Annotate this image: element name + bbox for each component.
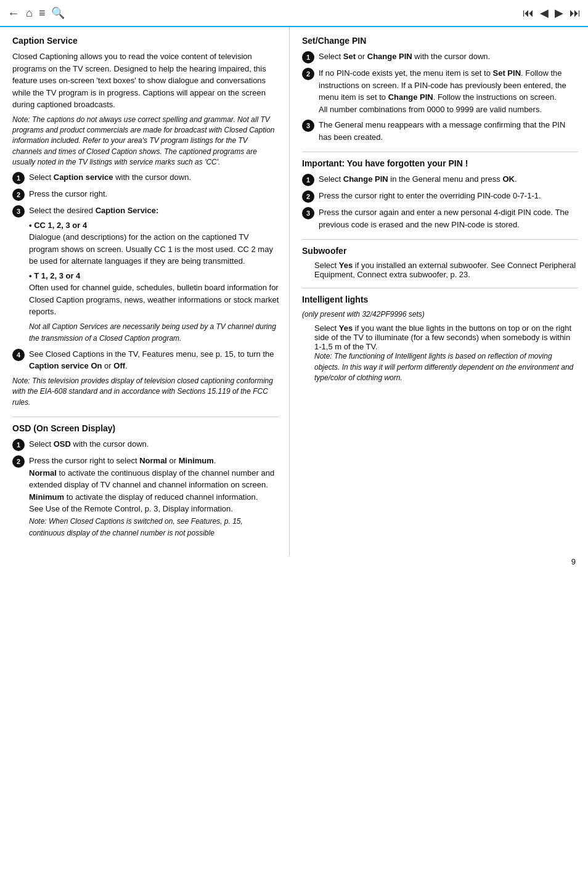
step1-text: Select Caption service with the cursor d… <box>29 171 279 184</box>
subwoofer-text: Select Yes if you installed an external … <box>314 261 578 279</box>
intelligent-lights-section: Intelligent lights (only present with 32… <box>302 295 578 384</box>
osd-section: OSD (On Screen Display) 1 Select OSD wit… <box>12 423 279 539</box>
pin-step3-circle: 3 <box>302 120 314 132</box>
prev-track-icon[interactable]: ⏮ <box>523 7 534 20</box>
caption-step3: 3 Select the desired Caption Service: CC… <box>12 205 279 344</box>
step3-circle: 3 <box>12 205 25 218</box>
caption-step4: 4 See Closed Captions in the TV, Feature… <box>12 348 279 372</box>
forgotten-pin-title: Important: You have forgotten your PIN ! <box>302 158 578 168</box>
set-pin-bold: Set PIN <box>493 68 521 78</box>
yes-bold-subwoofer: Yes <box>339 261 353 270</box>
normal-bold: Normal <box>139 456 167 465</box>
forgotten-step1: 1 Select Change PIN in the General menu … <box>302 173 578 186</box>
t-desc: Often used for channel guide, schedules,… <box>29 283 279 316</box>
next-icon[interactable]: ▶ <box>555 6 563 20</box>
forgotten-step1-text: Select Change PIN in the General menu an… <box>319 173 578 185</box>
divider1 <box>12 417 279 417</box>
subwoofer-title: Subwoofer <box>302 246 578 256</box>
page-number: 9 <box>571 557 576 566</box>
back-icon[interactable]: ← <box>7 6 20 20</box>
change-pin-forgotten-bold: Change PIN <box>343 174 388 184</box>
minimum-bold: Minimum <box>179 456 214 465</box>
minimum-desc: to activate the display of reduced chann… <box>67 492 258 502</box>
pin-step1: 1 Select Set or Change PIN with the curs… <box>302 51 578 63</box>
caption-service-section: Caption Service Closed Captioning allows… <box>12 36 279 408</box>
pin-step1-circle: 1 <box>302 51 314 63</box>
caption-service-list: CC 1, 2, 3 or 4 Dialogue (and descriptio… <box>29 219 279 318</box>
yes-bold-lights: Yes <box>339 323 353 333</box>
divider3 <box>302 239 578 240</box>
osd-step2-circle: 2 <box>12 455 25 468</box>
pin-step3: 3 The General menu reappears with a mess… <box>302 119 578 143</box>
osd-step1-circle: 1 <box>12 439 25 451</box>
osd-step1: 1 Select OSD with the cursor down. <box>12 438 279 451</box>
minimum-label: Minimum <box>29 492 64 502</box>
pin-step1-text: Select Set or Change PIN with the cursor… <box>319 51 578 63</box>
caption-service-title: Caption Service <box>12 36 279 46</box>
caption-note3: Note: This television provides display o… <box>12 376 279 408</box>
subwoofer-section: Subwoofer Select Yes if you installed an… <box>302 246 578 279</box>
intelligent-lights-note: Note: The functioning of Intelligent lig… <box>314 352 573 382</box>
normal-label: Normal <box>29 468 57 478</box>
divider4 <box>302 288 578 288</box>
step3-text: Select the desired Caption Service: CC 1… <box>29 205 279 344</box>
forgotten-step2-circle: 2 <box>302 190 314 203</box>
left-column: Caption Service Closed Captioning allows… <box>0 27 290 556</box>
divider2 <box>302 152 578 152</box>
next-track-icon[interactable]: ⏭ <box>570 7 581 20</box>
cc-label: CC 1, 2, 3 or 4 <box>34 221 87 230</box>
intelligent-lights-subtitle: (only present with 32/42PF9996 sets) <box>302 309 578 320</box>
caption-step2: 2 Press the cursor right. <box>12 188 279 201</box>
step3-bold: Caption Service: <box>96 206 159 215</box>
ok-bold: OK <box>502 174 515 184</box>
caption-step1: 1 Select Caption service with the cursor… <box>12 171 279 184</box>
set-change-pin-section: Set/Change PIN 1 Select Set or Change PI… <box>302 36 578 143</box>
nav-right-icons: ⏮ ◀ ▶ ⏭ <box>523 6 581 20</box>
normal-desc: to activate the continuous display of th… <box>29 468 274 490</box>
t-label: T 1, 2, 3 or 4 <box>34 271 80 280</box>
caption-note2: Not all Caption Services are necessarily… <box>29 322 276 343</box>
osd-bold: OSD <box>54 439 71 449</box>
change-pin-bold: Change PIN <box>367 52 412 61</box>
step2-circle: 2 <box>12 189 25 201</box>
pin-step2-text: If no PIN-code exists yet, the menu item… <box>319 67 578 115</box>
cc-item: CC 1, 2, 3 or 4 Dialogue (and descriptio… <box>29 219 279 267</box>
osd-step1-text: Select OSD with the cursor down. <box>29 438 279 450</box>
osd-step2: 2 Press the cursor right to select Norma… <box>12 455 279 539</box>
cc-desc: Dialogue (and descriptions) for the acti… <box>29 232 273 266</box>
menu-icon[interactable]: ≡ <box>39 7 46 20</box>
forgotten-step3-text: Press the cursor again and enter a new p… <box>319 206 578 230</box>
osd-note: Note: When Closed Captions is switched o… <box>29 517 243 538</box>
caption-service-intro: Closed Captioning allows you to read the… <box>12 51 279 111</box>
top-navigation: ← ⌂ ≡ 🔍 ⏮ ◀ ▶ ⏭ <box>0 0 588 27</box>
forgotten-step3-circle: 3 <box>302 207 314 219</box>
step1-circle: 1 <box>12 172 25 184</box>
search-icon[interactable]: 🔍 <box>51 6 65 20</box>
set-change-pin-title: Set/Change PIN <box>302 36 578 46</box>
forgotten-step3: 3 Press the cursor again and enter a new… <box>302 206 578 230</box>
set-bold: Set <box>343 52 356 61</box>
forgotten-step2-text: Press the cursor right to enter the over… <box>319 190 578 202</box>
forgotten-pin-section: Important: You have forgotten your PIN !… <box>302 158 578 230</box>
pin-step2-circle: 2 <box>302 68 314 80</box>
intelligent-lights-title: Intelligent lights <box>302 295 578 304</box>
step4-bold1: Caption service On <box>29 361 102 370</box>
pin-step3-text: The General menu reappears with a messag… <box>319 119 578 143</box>
step1-bold: Caption service <box>54 173 113 182</box>
osd-step2-text: Press the cursor right to select Normal … <box>29 455 279 539</box>
main-content: Caption Service Closed Captioning allows… <box>0 27 588 556</box>
intelligent-lights-text: Select Yes if you want the blue lights i… <box>314 323 578 383</box>
step4-text: See Closed Captions in the TV, Features … <box>29 348 279 372</box>
forgotten-step2: 2 Press the cursor right to enter the ov… <box>302 190 578 203</box>
caption-service-note1: Note: The captions do not always use cor… <box>12 115 279 168</box>
change-pin-bold2: Change PIN <box>388 92 433 102</box>
home-icon[interactable]: ⌂ <box>26 7 33 20</box>
prev-icon[interactable]: ◀ <box>540 6 549 20</box>
forgotten-step1-circle: 1 <box>302 174 314 186</box>
step2-text: Press the cursor right. <box>29 188 279 200</box>
step4-bold2: Off <box>113 361 125 370</box>
t-item: T 1, 2, 3 or 4 Often used for channel gu… <box>29 270 279 318</box>
step4-circle: 4 <box>12 349 25 361</box>
right-column: Set/Change PIN 1 Select Set or Change PI… <box>290 27 588 556</box>
see-text: See Use of the Remote Control, p. 3, Dis… <box>29 504 233 513</box>
